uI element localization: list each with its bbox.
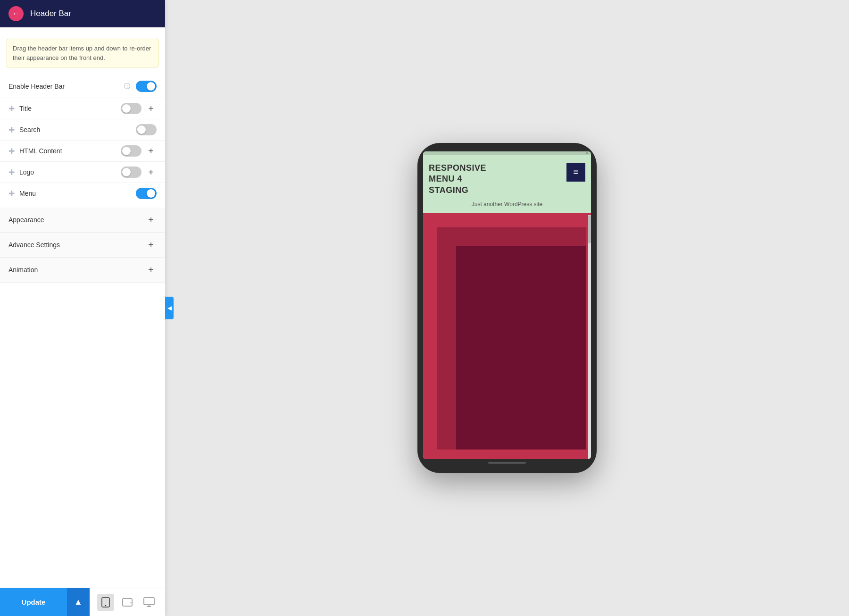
drag-handle-menu[interactable]: ✚ [8,189,15,198]
scrollbar-thumb [588,215,591,243]
search-item-row: ✚ Search [0,119,165,141]
panel-title: Header Bar [30,9,71,18]
phone-screen-inner: RESPONSIVE MENU 4 STAGING ≡ Just another… [423,155,591,459]
home-indicator [488,462,526,464]
site-title-line2: MENU 4 [429,174,486,184]
enable-header-row: Enable Header Bar ⓘ [0,75,165,98]
logo-expand-button[interactable]: + [145,166,157,178]
info-icon[interactable]: ⓘ [124,82,130,91]
site-title: RESPONSIVE MENU 4 STAGING [429,163,486,196]
html-content-item-row: ✚ HTML Content + [0,141,165,162]
title-toggle[interactable] [121,103,142,114]
collapse-arrow-icon: ▲ [74,597,83,607]
logo-item-row: ✚ Logo + [0,162,165,183]
menu-item-row: ✚ Menu [0,183,165,204]
advance-settings-label: Advance Settings [8,241,142,249]
left-panel: ← Header Bar Drag the header bar items u… [0,0,165,616]
title-item-row: ✚ Title + [0,98,165,119]
right-preview: RESPONSIVE MENU 4 STAGING ≡ Just another… [165,0,849,616]
hamburger-icon: ≡ [573,166,579,177]
tablet-device-button[interactable] [119,594,136,611]
sections-list: Appearance + Advance Settings + Animatio… [0,208,165,283]
search-item-label: Search [19,126,136,133]
notice-text: Drag the header bar items up and down to… [13,45,151,61]
mobile-device-button[interactable] [97,594,114,611]
site-title-line3: STAGING [429,185,486,196]
phone-frame: RESPONSIVE MENU 4 STAGING ≡ Just another… [417,143,597,473]
appearance-label: Appearance [8,216,142,224]
enable-header-label: Enable Header Bar [8,83,122,90]
svg-point-1 [105,605,106,606]
logo-item-label: Logo [19,168,121,176]
drag-handle-title[interactable]: ✚ [8,104,15,113]
back-arrow-icon: ← [12,9,20,18]
drag-handle-logo[interactable]: ✚ [8,168,15,177]
hamburger-menu-icon: ≡ [566,163,585,182]
items-list: ✚ Title + ✚ Search [0,98,165,204]
enable-header-toggle[interactable] [136,81,157,92]
animation-section[interactable]: Animation + [0,258,165,283]
back-button[interactable]: ← [8,6,24,21]
advance-settings-section[interactable]: Advance Settings + [0,233,165,258]
appearance-expand-button[interactable]: + [145,214,157,225]
title-item-label: Title [19,105,121,112]
collapse-button[interactable]: ▲ [67,588,90,616]
panel-content: Drag the header bar items up and down to… [0,27,165,588]
screen-status-bar [423,151,591,155]
logo-toggle[interactable] [121,166,142,178]
update-button[interactable]: Update [0,588,67,616]
phone-content-blocks [423,213,591,459]
drag-handle-search[interactable]: ✚ [8,125,15,134]
site-tagline: Just another WordPress site [423,200,591,213]
scrollbar-track [588,215,591,459]
phone-screen: RESPONSIVE MENU 4 STAGING ≡ Just another… [423,151,591,459]
signal-icon [586,152,588,154]
panel-header: ← Header Bar [0,0,165,27]
chevron-left-icon: ◀ [167,305,172,311]
svg-rect-4 [144,598,154,605]
color-block-3 [456,246,586,450]
animation-expand-button[interactable]: + [145,264,157,275]
device-icons [90,588,165,616]
html-content-expand-button[interactable]: + [145,145,157,157]
desktop-device-button[interactable] [141,594,158,611]
svg-point-3 [131,602,132,603]
advance-settings-expand-button[interactable]: + [145,239,157,250]
search-toggle[interactable] [136,124,157,135]
html-content-toggle[interactable] [121,145,142,157]
panel-footer: Update ▲ [0,588,165,616]
menu-toggle[interactable] [136,188,157,199]
title-expand-button[interactable]: + [145,103,157,114]
site-title-line1: RESPONSIVE [429,163,486,174]
animation-label: Animation [8,266,142,274]
appearance-section[interactable]: Appearance + [0,208,165,233]
drag-handle-html[interactable]: ✚ [8,147,15,156]
panel-collapse-toggle[interactable]: ◀ [165,297,174,319]
notice-box: Drag the header bar items up and down to… [7,39,158,67]
html-content-label: HTML Content [19,147,121,155]
phone-preview-header: RESPONSIVE MENU 4 STAGING ≡ [423,155,591,200]
menu-item-label: Menu [19,190,136,197]
phone-scrollbar [588,213,591,459]
